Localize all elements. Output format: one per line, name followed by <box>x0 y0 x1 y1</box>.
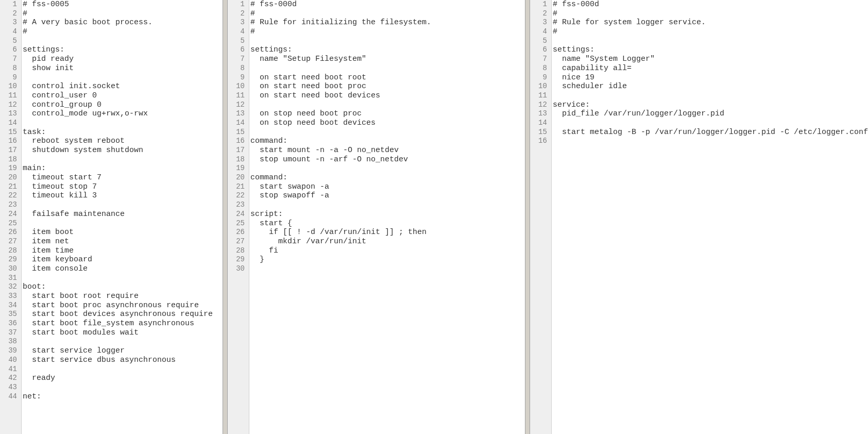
code-line: fi <box>250 246 525 256</box>
code-line: timeout stop 7 <box>23 182 223 192</box>
line-number: 24 <box>228 210 245 219</box>
code-line: show init <box>23 64 223 73</box>
line-number: 3 <box>530 18 547 27</box>
line-number: 15 <box>228 128 245 137</box>
code-line: # <box>250 27 525 37</box>
line-number: 25 <box>0 219 17 228</box>
code-line: # <box>553 27 868 37</box>
line-number: 1 <box>228 0 245 9</box>
pane-right: 12345678910111213141516 # fss-000d## Rul… <box>530 0 868 434</box>
line-number: 6 <box>530 45 547 55</box>
line-number: 26 <box>0 228 17 237</box>
line-number: 7 <box>530 55 547 64</box>
gutter-middle: 1234567891011121314151617181920212223242… <box>228 0 249 434</box>
splitter-right[interactable] <box>525 0 530 434</box>
code-line: capability all= <box>553 64 868 73</box>
line-number: 43 <box>0 383 17 392</box>
code-line: start boot root require <box>23 292 223 301</box>
line-number: 27 <box>228 237 245 246</box>
code-line: item net <box>23 237 223 246</box>
code-line <box>250 264 525 274</box>
line-number: 2 <box>0 9 17 19</box>
line-number: 5 <box>0 37 17 46</box>
code-line <box>23 365 223 374</box>
line-number: 26 <box>228 228 245 237</box>
code-line: pid_file /var/run/logger/logger.pid <box>553 109 868 119</box>
line-number: 40 <box>0 356 17 365</box>
code-line: start metalog -B -p /var/run/logger/logg… <box>553 128 868 137</box>
line-number: 44 <box>0 392 17 402</box>
line-number: 13 <box>0 109 17 119</box>
line-number: 23 <box>0 201 17 210</box>
code-right[interactable]: # fss-000d## Rule for system logger serv… <box>552 0 868 434</box>
code-line <box>23 155 223 164</box>
line-number: 13 <box>228 109 245 119</box>
code-line: stop umount -n -arf -O no_netdev <box>250 155 525 164</box>
line-number: 30 <box>0 264 17 274</box>
code-line: control_mode ug+rwx,o-rwx <box>23 109 223 119</box>
line-number: 7 <box>228 55 245 64</box>
line-number: 27 <box>0 237 17 246</box>
line-number: 10 <box>228 82 245 91</box>
line-number: 13 <box>530 109 547 119</box>
line-number: 1 <box>530 0 547 9</box>
code-line: timeout kill 3 <box>23 191 223 201</box>
code-line: start boot proc asynchronous require <box>23 301 223 310</box>
line-number: 23 <box>228 201 245 210</box>
line-number: 28 <box>0 246 17 256</box>
line-number: 10 <box>0 82 17 91</box>
code-line <box>553 37 868 46</box>
code-line <box>23 274 223 283</box>
line-number: 5 <box>228 37 245 46</box>
line-number: 18 <box>0 155 17 164</box>
line-number: 24 <box>0 210 17 219</box>
code-line: task: <box>23 128 223 137</box>
gutter-right: 12345678910111213141516 <box>530 0 552 434</box>
code-line: settings: <box>23 45 223 55</box>
code-line: item boot <box>23 228 223 237</box>
line-number: 2 <box>228 9 245 19</box>
code-line: failsafe maintenance <box>23 210 223 219</box>
line-number: 12 <box>530 101 547 110</box>
line-number: 11 <box>0 91 17 101</box>
line-number: 9 <box>0 73 17 82</box>
line-number: 35 <box>0 310 17 319</box>
line-number: 14 <box>0 119 17 128</box>
line-number: 4 <box>228 27 245 37</box>
code-line: control_group 0 <box>23 101 223 110</box>
line-number: 8 <box>0 64 17 73</box>
code-line: if [[ ! -d /var/run/init ]] ; then <box>250 228 525 237</box>
line-number: 42 <box>0 374 17 383</box>
line-number: 29 <box>0 255 17 264</box>
gutter-left: 1234567891011121314151617181920212223242… <box>0 0 22 434</box>
line-number: 33 <box>0 292 17 301</box>
line-number: 16 <box>530 137 547 146</box>
code-line: } <box>250 255 525 264</box>
code-line <box>23 383 223 392</box>
code-line: on stop need boot devices <box>250 119 525 128</box>
code-line: start boot file_system asynchronous <box>23 319 223 328</box>
code-middle[interactable]: # fss-000d## Rule for initializing the f… <box>249 0 525 434</box>
code-line: service: <box>553 101 868 110</box>
code-line: shutdown system shutdown <box>23 146 223 155</box>
code-line: start service dbus asynchronous <box>23 356 223 365</box>
code-line: timeout start 7 <box>23 173 223 182</box>
line-number: 25 <box>228 219 245 228</box>
line-number: 41 <box>0 365 17 374</box>
code-line: # Rule for initializing the filesystem. <box>250 18 525 27</box>
line-number: 6 <box>228 45 245 55</box>
code-line: # <box>250 9 525 19</box>
code-left[interactable]: # fss-0005## A very basic boot process.#… <box>22 0 223 434</box>
splitter-left[interactable] <box>223 0 228 434</box>
code-line: scheduler idle <box>553 82 868 91</box>
line-number: 21 <box>0 182 17 192</box>
code-line <box>553 119 868 128</box>
code-line: start boot modules wait <box>23 328 223 338</box>
line-number: 12 <box>0 101 17 110</box>
code-line: mkdir /var/run/init <box>250 237 525 246</box>
line-number: 6 <box>0 45 17 55</box>
code-line: start mount -n -a -O no_netdev <box>250 146 525 155</box>
code-line: reboot system reboot <box>23 137 223 146</box>
code-line: main: <box>23 164 223 173</box>
line-number: 14 <box>228 119 245 128</box>
